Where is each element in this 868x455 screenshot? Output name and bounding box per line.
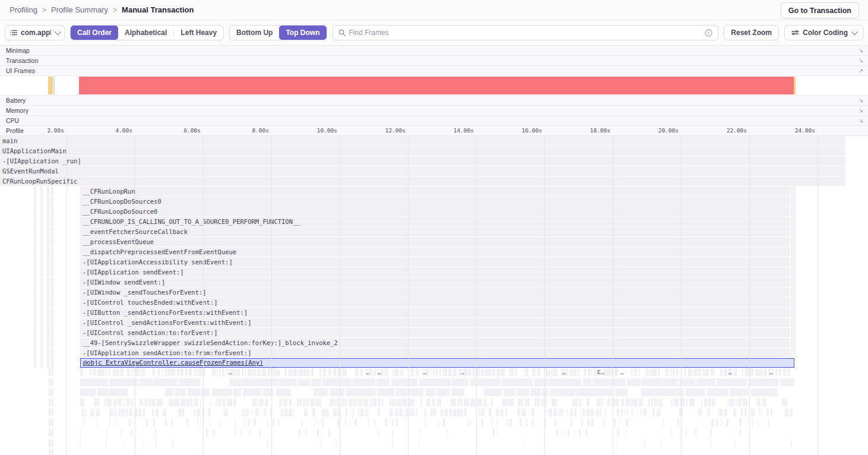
flame-frame[interactable] — [614, 419, 616, 426]
flame-frame[interactable] — [97, 368, 101, 376]
flame-frame[interactable] — [451, 399, 456, 406]
flame-frame[interactable] — [695, 429, 696, 437]
flame-frame[interactable] — [80, 388, 96, 396]
flame-frame[interactable] — [607, 399, 610, 406]
flame-frame[interactable] — [51, 277, 53, 287]
flame-frame[interactable] — [267, 368, 270, 376]
flame-frame[interactable] — [593, 378, 625, 386]
flame-frame[interactable] — [400, 409, 403, 416]
flame-frame[interactable] — [791, 247, 793, 257]
flame-frame[interactable] — [226, 368, 227, 376]
flame-frame[interactable] — [579, 429, 581, 437]
flame-frame[interactable] — [370, 399, 372, 406]
flame-frame[interactable] — [749, 368, 753, 376]
flame-frame[interactable] — [597, 409, 599, 416]
flame-frame[interactable] — [496, 409, 499, 416]
flame-frame[interactable] — [284, 368, 287, 376]
flame-frame[interactable] — [96, 409, 100, 416]
flame-frame[interactable] — [52, 439, 53, 447]
flame-frame[interactable] — [40, 308, 43, 317]
flame-frame[interactable] — [791, 217, 793, 226]
flame-frame[interactable] — [311, 368, 313, 376]
flame-frame[interactable] — [544, 419, 546, 426]
flame-frame[interactable]: -[UIControl sendAction:to:forEvent:] — [80, 328, 790, 337]
flame-frame[interactable] — [555, 419, 556, 426]
flame-frame[interactable] — [355, 368, 359, 376]
flame-frame[interactable] — [265, 399, 268, 406]
flame-frame[interactable] — [49, 378, 51, 386]
flame-frame[interactable] — [283, 399, 287, 406]
flame-frame[interactable] — [398, 399, 403, 406]
flame-frame[interactable] — [404, 409, 404, 416]
flame-frame[interactable] — [452, 388, 464, 396]
flame-frame[interactable] — [698, 409, 699, 416]
flame-frame[interactable]: -[UIWindow _sendTouchesForEvent:] — [80, 287, 790, 297]
collapse-icon[interactable]: ↗ — [859, 68, 863, 74]
flame-frame[interactable] — [316, 399, 321, 406]
flame-frame[interactable] — [52, 419, 53, 426]
flame-frame[interactable] — [118, 399, 122, 406]
flame-frame[interactable] — [406, 409, 408, 416]
flame-frame[interactable] — [793, 318, 796, 327]
flame-frame[interactable] — [40, 348, 43, 358]
flame-frame[interactable] — [81, 409, 84, 416]
flame-frame[interactable] — [251, 429, 251, 437]
flame-frame[interactable] — [605, 409, 606, 416]
breadcrumb-profile-summary[interactable]: Profile Summary — [51, 5, 108, 14]
flame-frame[interactable] — [782, 399, 787, 406]
flame-frame[interactable] — [197, 409, 200, 416]
flame-frame[interactable] — [326, 409, 329, 416]
flame-frame[interactable] — [264, 409, 264, 416]
flame-frame[interactable] — [409, 409, 413, 416]
flame-frame[interactable] — [534, 399, 536, 406]
flame-frame[interactable] — [47, 277, 49, 287]
flame-frame[interactable] — [319, 368, 321, 376]
flame-frame[interactable] — [382, 399, 384, 406]
flame-frame[interactable] — [337, 419, 340, 426]
flame-frame[interactable] — [218, 399, 221, 406]
flame-frame[interactable] — [416, 368, 419, 376]
flame-frame[interactable] — [116, 399, 117, 406]
flame-frame[interactable] — [156, 409, 159, 416]
flame-frame[interactable] — [614, 368, 618, 376]
flame-frame[interactable] — [34, 328, 36, 337]
flame-frame[interactable] — [34, 358, 36, 368]
flame-frame[interactable] — [505, 409, 507, 416]
expand-icon[interactable]: ↘ — [859, 118, 863, 124]
flame-frame[interactable] — [51, 318, 53, 327]
flame-frame[interactable] — [766, 409, 769, 416]
flame-frame[interactable] — [791, 287, 793, 297]
flame-frame[interactable] — [127, 368, 130, 376]
flame-frame[interactable] — [733, 409, 736, 416]
flame-frame[interactable] — [755, 368, 758, 376]
sort-alphabetical-button[interactable]: Alphabetical — [118, 26, 173, 40]
flame-frame[interactable] — [302, 419, 303, 426]
flame-frame[interactable] — [654, 399, 656, 406]
flame-frame[interactable] — [40, 328, 43, 337]
flame-frame[interactable] — [758, 419, 758, 426]
flame-frame[interactable] — [587, 399, 590, 406]
flame-frame[interactable] — [49, 429, 51, 437]
flame-frame[interactable] — [80, 429, 81, 437]
flame-frame[interactable] — [85, 409, 87, 416]
flamegraph-canvas[interactable]: mainUIApplicationMain-[UIApplication _ru… — [0, 136, 868, 455]
flame-frame[interactable] — [707, 409, 708, 416]
flame-frame[interactable]: GSEventRunModal — [0, 166, 845, 176]
flame-frame[interactable] — [322, 409, 325, 416]
flame-frame[interactable] — [392, 368, 394, 376]
flame-frame[interactable] — [142, 368, 145, 376]
flame-frame[interactable] — [34, 348, 36, 358]
flame-frame[interactable] — [400, 368, 401, 376]
flame-frame[interactable] — [461, 409, 463, 416]
flame-frame[interactable] — [276, 368, 278, 376]
slow-frame-bar[interactable] — [48, 77, 53, 94]
flame-frame[interactable] — [315, 419, 316, 426]
flame-frame[interactable] — [523, 439, 524, 447]
flame-frame[interactable] — [720, 368, 723, 376]
direction-bottom-up-button[interactable]: Bottom Up — [230, 26, 279, 40]
flame-frame[interactable] — [506, 419, 508, 426]
flame-frame[interactable] — [395, 409, 397, 416]
flame-frame[interactable] — [194, 409, 195, 416]
flame-frame[interactable] — [567, 409, 568, 416]
flame-frame[interactable] — [341, 399, 344, 406]
